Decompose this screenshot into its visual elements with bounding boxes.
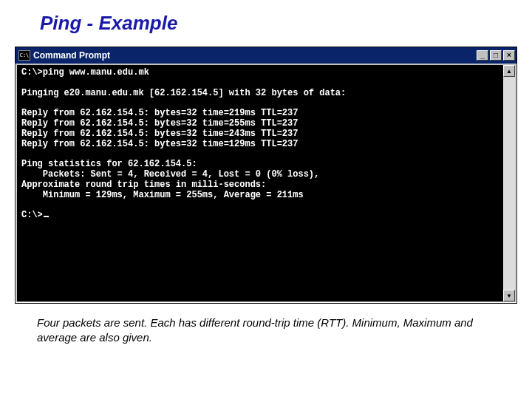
console-line: Reply from 62.162.154.5: bytes=32 time=2…: [21, 118, 298, 129]
app-icon: C:\: [18, 50, 30, 61]
titlebar-text: Command Prompt: [33, 50, 477, 61]
console-line: Ping statistics for 62.162.154.5:: [21, 159, 197, 169]
console-line: Minimum = 129ms, Maximum = 255ms, Averag…: [21, 190, 304, 200]
console-line: Reply from 62.162.154.5: bytes=32 time=2…: [21, 129, 298, 139]
console-output: C:\>ping www.manu.edu.mk Pinging e20.man…: [17, 65, 515, 301]
console-line: Reply from 62.162.154.5: bytes=32 time=2…: [21, 108, 298, 118]
console-line: Pinging e20.manu.edu.mk [62.162.154.5] w…: [21, 88, 346, 98]
minimize-button[interactable]: _: [477, 50, 488, 61]
console-line: C:\>: [21, 210, 43, 220]
console-frame: C:\>ping www.manu.edu.mk Pinging e20.man…: [16, 64, 516, 303]
window-controls: _ □ ×: [477, 50, 515, 61]
console-line: Packets: Sent = 4, Received = 4, Lost = …: [21, 169, 319, 180]
console-line: C:\>ping www.manu.edu.mk: [21, 67, 149, 78]
titlebar: C:\ Command Prompt _ □ ×: [16, 47, 516, 64]
scroll-down-button[interactable]: ▼: [503, 290, 515, 301]
scroll-up-button[interactable]: ▲: [503, 65, 515, 77]
close-button[interactable]: ×: [503, 50, 515, 61]
console-line: Approximate round trip times in milli-se…: [21, 180, 266, 190]
console-line: Reply from 62.162.154.5: bytes=32 time=1…: [21, 139, 298, 149]
cursor-icon: [44, 216, 49, 217]
vertical-scrollbar[interactable]: ▲ ▼: [503, 65, 515, 301]
slide-caption: Four packets are sent. Each has differen…: [0, 304, 532, 346]
app-icon-label: C:\: [20, 53, 30, 58]
scroll-track[interactable]: [503, 77, 515, 290]
maximize-button[interactable]: □: [490, 50, 502, 61]
command-prompt-window: C:\ Command Prompt _ □ × C:\>ping www.ma…: [15, 47, 517, 304]
slide-title: Ping - Example: [0, 0, 532, 41]
